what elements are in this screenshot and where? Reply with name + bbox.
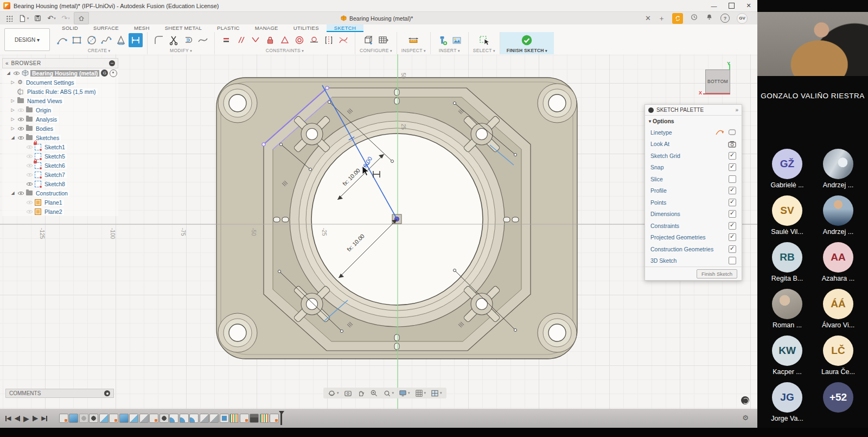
browser-item-label[interactable]: Sketches	[34, 135, 61, 141]
trim-tool-icon[interactable]	[167, 33, 181, 47]
browser-header[interactable]: « BROWSER –	[2, 58, 118, 68]
3d-sketch-checkbox[interactable]	[729, 257, 736, 264]
dimensions-checkbox[interactable]	[729, 210, 736, 218]
group-label-modify[interactable]: MODIFY	[170, 48, 192, 53]
browser-item-label[interactable]: Analysis	[34, 116, 59, 123]
browser-item-plane1[interactable]: Plane1	[2, 198, 118, 207]
browser-item-sketch1[interactable]: Sketch1	[2, 142, 118, 151]
timeline-feature-chamfer-gray[interactable]	[139, 414, 149, 423]
step-back-button[interactable]: ◀	[14, 415, 20, 422]
group-label-insert[interactable]: INSERT	[439, 48, 460, 53]
configuration-box-icon[interactable]	[361, 33, 375, 47]
tab-utilities[interactable]: UTILITIES	[286, 24, 327, 32]
browser-item-label[interactable]: Document Settings	[24, 79, 76, 86]
constraints-checkbox[interactable]	[729, 222, 736, 230]
timeline-feature-chamfer[interactable]	[99, 414, 108, 423]
snap-checkbox[interactable]	[729, 163, 736, 171]
workspace-selector[interactable]: DESIGN ▾	[4, 28, 50, 51]
participant-tile[interactable]: KWKacper ...	[762, 335, 812, 376]
finish-sketch-palette-button[interactable]: Finish Sketch	[697, 269, 737, 278]
tab-manage[interactable]: MANAGE	[247, 24, 286, 32]
timeline-scrubber[interactable]	[280, 412, 282, 425]
tab-mesh[interactable]: MESH	[126, 24, 157, 32]
browser-item-construction[interactable]: ◢ Construction	[2, 188, 118, 198]
visibility-eye-icon[interactable]	[17, 116, 24, 123]
fillet-tool-icon[interactable]	[152, 33, 166, 47]
timeline-feature-extrude[interactable]	[69, 414, 78, 423]
timeline-feature-pattern[interactable]	[260, 414, 269, 423]
tangent-constraint-icon[interactable]	[307, 33, 321, 47]
speaker-video[interactable]	[757, 12, 868, 76]
visibility-eye-icon[interactable]	[17, 125, 24, 132]
measure-tool-icon[interactable]	[406, 33, 420, 47]
cone-tool-icon[interactable]	[114, 33, 128, 47]
browser-item-plastic-rule[interactable]: Plastic Rule: ABS (1,5 mm)	[2, 87, 118, 96]
timeline-feature-hole-faded[interactable]	[79, 414, 88, 423]
curvature-constraint-icon[interactable]	[336, 33, 350, 47]
circle-tool-icon[interactable]	[85, 33, 99, 47]
close-button[interactable]: ✕	[740, 0, 757, 11]
timeline-feature-sketch[interactable]	[240, 414, 249, 423]
group-label-create[interactable]: CREATE	[88, 48, 111, 53]
browser-item-label[interactable]: Plane1	[43, 199, 64, 206]
close-document-button[interactable]: ✕	[645, 14, 651, 22]
group-label-inspect[interactable]: INSPECT	[401, 48, 426, 53]
visibility-eye-icon[interactable]	[17, 189, 24, 197]
tab-solid[interactable]: SOLID	[54, 24, 86, 32]
viewports-button[interactable]: ▾	[431, 389, 442, 397]
visibility-eye-icon[interactable]	[26, 143, 33, 150]
browser-item-label[interactable]: Bodies	[34, 125, 55, 132]
visibility-eye-icon[interactable]	[17, 134, 24, 141]
undo-button[interactable]: ↶▾	[46, 12, 58, 24]
processing-status-icon[interactable]	[741, 396, 749, 404]
construction-geometries-checkbox[interactable]	[729, 245, 736, 253]
comments-toggle-icon[interactable]	[104, 390, 110, 396]
modeling-canvas[interactable]: 10.00 fx: 10.00 fx: 10.00	[0, 54, 757, 409]
browser-item-bodies[interactable]: ▷ Bodies	[2, 124, 118, 133]
timeline-feature-extrude[interactable]	[119, 414, 129, 423]
normal-linetype-icon[interactable]	[728, 129, 736, 136]
collapsed-icon[interactable]: ▷	[10, 117, 16, 122]
points-checkbox[interactable]	[729, 199, 736, 206]
tab-sketch[interactable]: SKETCH	[327, 24, 363, 32]
projected-geometries-checkbox[interactable]	[729, 233, 736, 241]
root-component-label[interactable]: Bearing Housing (metal)	[30, 70, 99, 77]
participant-tile[interactable]: Andrzej ...	[813, 195, 863, 236]
profile-checkbox[interactable]	[729, 187, 736, 194]
browser-item-plane2[interactable]: Plane2	[2, 207, 118, 216]
insert-image-icon[interactable]	[450, 33, 464, 47]
offset-tool-icon[interactable]	[181, 33, 195, 47]
timeline-feature-box[interactable]	[220, 414, 229, 423]
redo-button[interactable]: ↷▾	[60, 12, 72, 24]
play-button[interactable]: ▶	[23, 414, 29, 423]
browser-item-label[interactable]: Sketch6	[43, 162, 67, 169]
line-tool-icon[interactable]	[55, 33, 69, 47]
document-tab[interactable]: Bearing Housing (metal)*	[341, 12, 413, 24]
participant-tile[interactable]: JGJorge Va...	[762, 382, 812, 422]
timeline-feature-fillet[interactable]	[180, 414, 189, 423]
fit-button[interactable]: ▾	[383, 389, 394, 397]
browser-item-sketch8[interactable]: Sketch8	[2, 179, 118, 188]
browser-item-label[interactable]: Construction	[34, 190, 69, 197]
perpendicular-constraint-icon[interactable]	[248, 33, 263, 47]
look-at-button[interactable]	[344, 389, 352, 397]
help-button[interactable]: ?	[720, 14, 730, 23]
sketch-palette-header[interactable]: SKETCH PALETTE »	[645, 105, 742, 116]
collapse-panel-icon[interactable]: «	[5, 60, 9, 66]
group-label-configure[interactable]: CONFIGURE	[360, 48, 392, 53]
browser-item-label[interactable]: Sketch1	[43, 144, 67, 150]
select-tool-icon[interactable]	[477, 33, 491, 47]
browser-root-item[interactable]: ◢ Bearing Housing (metal) G	[2, 68, 118, 78]
go-to-end-button[interactable]: ▶	[41, 415, 47, 422]
participant-tile[interactable]: AAAzahara ...	[813, 242, 863, 282]
equal-triangle-constraint-icon[interactable]	[278, 33, 292, 47]
display-settings-button[interactable]: ▾	[399, 389, 410, 397]
browser-item-origin[interactable]: ▷ Origin	[2, 105, 118, 115]
timeline-feature-chamfer[interactable]	[129, 414, 138, 423]
panel-minus-icon[interactable]: –	[109, 60, 115, 66]
collapsed-icon[interactable]: ▷	[10, 126, 16, 131]
timeline-feature-hole[interactable]	[159, 414, 169, 423]
timeline-feature-chamfer-gray[interactable]	[200, 414, 209, 423]
participant-tile[interactable]: SVSaulė Vil...	[762, 195, 812, 236]
concentric-constraint-icon[interactable]	[292, 33, 307, 47]
